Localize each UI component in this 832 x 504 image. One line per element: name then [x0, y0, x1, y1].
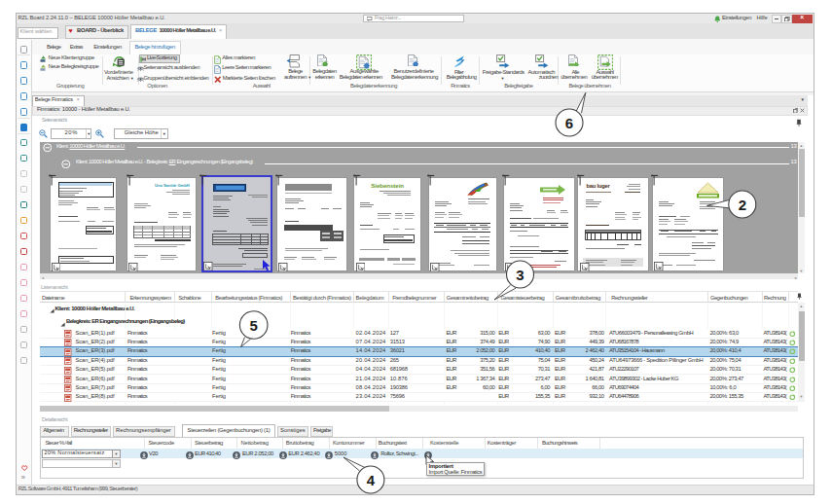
svg-text:4: 4 [367, 472, 376, 488]
svg-text:5: 5 [250, 317, 258, 334]
svg-text:6: 6 [565, 115, 573, 131]
svg-text:2: 2 [739, 197, 746, 213]
svg-text:3: 3 [516, 267, 524, 283]
